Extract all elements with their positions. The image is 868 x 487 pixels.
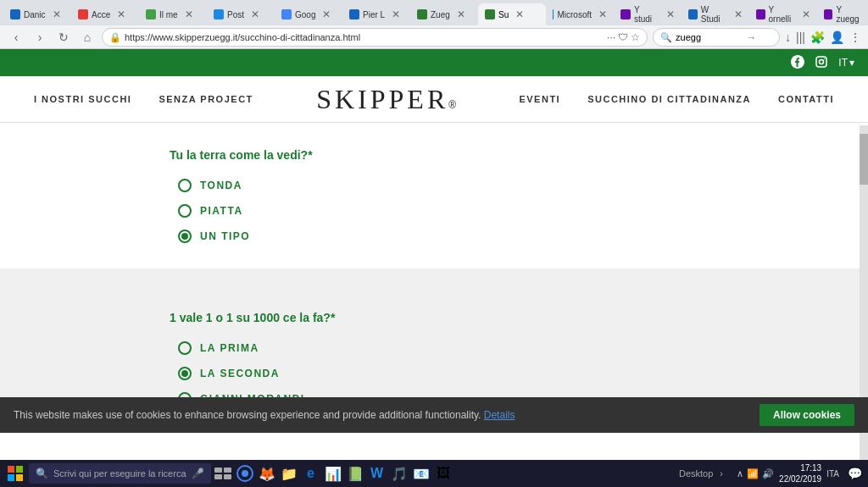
- menu-icon[interactable]: ⋮: [849, 30, 861, 44]
- nav-item-succhino[interactable]: SUCCHINO DI CITTADINANZA: [587, 94, 751, 104]
- tab-12[interactable]: Y zuegg ✕: [817, 3, 868, 25]
- nav-item-eventi[interactable]: EVENTI: [519, 94, 560, 104]
- tab-close-7[interactable]: ✕: [515, 8, 524, 20]
- search-input[interactable]: [676, 32, 743, 42]
- tab-close-6[interactable]: ✕: [457, 8, 465, 20]
- back-button[interactable]: ‹: [7, 28, 25, 47]
- tab-0[interactable]: Danic ✕: [3, 3, 71, 25]
- tab-favicon-7: [485, 9, 495, 19]
- tab-label-3: Post: [227, 10, 244, 19]
- nav-item-contatti[interactable]: CONTATTI: [778, 94, 834, 104]
- reload-button[interactable]: ↻: [54, 28, 73, 47]
- taskbar-word-icon[interactable]: W: [367, 463, 387, 484]
- chevron-down-icon: ▾: [849, 57, 854, 69]
- start-button[interactable]: [3, 462, 27, 485]
- cookie-bar: This website makes use of cookies to enh…: [0, 397, 868, 433]
- option-q1-2[interactable]: UN TIPO: [178, 230, 698, 243]
- taskbar-desktop-button[interactable]: Desktop: [686, 463, 706, 484]
- cookie-details-link[interactable]: Details: [484, 409, 515, 421]
- tab-close-5[interactable]: ✕: [392, 8, 400, 20]
- allow-cookies-button[interactable]: Allow cookies: [760, 404, 854, 426]
- tab-favicon-3: [214, 9, 224, 19]
- tab-close-10[interactable]: ✕: [734, 8, 743, 20]
- tab-2[interactable]: Il me ✕: [139, 3, 207, 25]
- taskbar-powerpoint-icon[interactable]: 📊: [323, 463, 343, 484]
- extensions-icon[interactable]: 🧩: [810, 30, 825, 44]
- tab-close-11[interactable]: ✕: [802, 8, 810, 20]
- tab-4[interactable]: Goog ✕: [275, 3, 342, 25]
- tab-close-0[interactable]: ✕: [53, 8, 61, 20]
- forward-button[interactable]: ›: [31, 28, 49, 47]
- search-bar[interactable]: 🔍 →: [653, 28, 780, 47]
- tab-close-8[interactable]: ✕: [598, 8, 607, 20]
- tab-favicon-2: [146, 9, 156, 19]
- bookmarks-icon[interactable]: |||: [796, 30, 805, 44]
- download-icon[interactable]: ↓: [785, 30, 791, 44]
- option-q1-0[interactable]: TONDA: [178, 179, 698, 192]
- taskbar-arrow-icon[interactable]: ›: [711, 463, 732, 484]
- scrollbar-thumb[interactable]: [860, 134, 868, 185]
- tab-6[interactable]: Zueg ✕: [410, 3, 478, 25]
- nav-item-senza-project[interactable]: SENZA PROJECT: [159, 94, 253, 104]
- radio-q1-1: [178, 204, 192, 218]
- tab-1[interactable]: Acce ✕: [71, 3, 139, 25]
- logo-registered: ®: [448, 99, 456, 111]
- taskbar-excel-icon[interactable]: 📗: [345, 463, 365, 484]
- tab-5[interactable]: Pier L ✕: [342, 3, 410, 25]
- taskbar: 🔍 Scrivi qui per eseguire la ricerca 🎤 🦊…: [0, 460, 868, 487]
- radio-q1-2: [178, 230, 192, 243]
- search-arrow: →: [747, 32, 756, 42]
- option-q1-2-label: UN TIPO: [200, 230, 250, 242]
- taskbar-spotify-icon[interactable]: 🎵: [389, 463, 409, 484]
- taskbar-search-icon: 🔍: [36, 468, 48, 479]
- option-q2-1-label: LA SECONDA: [200, 368, 280, 379]
- taskbar-folder-icon[interactable]: 📁: [279, 463, 299, 484]
- taskbar-photos-icon[interactable]: 🖼: [433, 463, 453, 484]
- svg-point-12: [242, 470, 248, 477]
- tab-close-1[interactable]: ✕: [117, 8, 125, 20]
- question-2-options: LA PRIMA LA SECONDA GIANNI MORANDI: [170, 341, 698, 406]
- tab-favicon-8: [553, 9, 554, 19]
- svg-rect-9: [214, 474, 222, 479]
- taskbar-chrome-icon[interactable]: [235, 463, 255, 484]
- tab-label-11: Y ornelli: [769, 5, 795, 24]
- tab-10[interactable]: W Studi ✕: [682, 3, 749, 25]
- more-icon: ···: [607, 31, 615, 43]
- green-top-bar: IT ▾: [0, 49, 868, 76]
- tab-label-4: Goog: [295, 10, 315, 19]
- instagram-icon[interactable]: [815, 55, 828, 71]
- profile-icon[interactable]: 👤: [830, 30, 844, 44]
- tab-label-6: Zueg: [431, 10, 450, 19]
- tab-close-4[interactable]: ✕: [322, 8, 331, 20]
- option-q2-0[interactable]: LA PRIMA: [178, 341, 698, 355]
- tab-7[interactable]: Su ✕: [478, 3, 546, 25]
- action-center-icon[interactable]: 💬: [844, 463, 865, 484]
- clock-date: 22/02/2019: [779, 473, 821, 484]
- tab-11[interactable]: Y ornelli ✕: [749, 3, 817, 25]
- option-q1-1[interactable]: PIATTA: [178, 204, 698, 218]
- section-divider: [0, 268, 868, 285]
- nav-item-nostri-succhi[interactable]: I NOSTRI SUCCHI: [34, 94, 131, 104]
- task-view-button[interactable]: [213, 463, 233, 484]
- language-selector[interactable]: IT ▾: [838, 57, 854, 69]
- taskbar-firefox-icon[interactable]: 🦊: [257, 463, 277, 484]
- tab-close-2[interactable]: ✕: [185, 8, 193, 20]
- home-button[interactable]: ⌂: [78, 28, 97, 47]
- taskbar-outlook-icon[interactable]: 📧: [411, 463, 431, 484]
- clock-time: 17:13: [779, 462, 821, 473]
- logo[interactable]: SKIPPER®: [316, 84, 456, 115]
- tab-label-7: Su: [498, 10, 509, 19]
- mic-icon: 🎤: [192, 468, 204, 479]
- facebook-icon[interactable]: [791, 55, 804, 71]
- tab-3[interactable]: Post ✕: [207, 3, 275, 25]
- url-bar[interactable]: 🔒 https://www.skipperzuegg.it/succhino-d…: [102, 28, 648, 47]
- taskbar-search-box[interactable]: 🔍 Scrivi qui per eseguire la ricerca 🎤: [29, 463, 211, 484]
- tab-close-3[interactable]: ✕: [251, 8, 259, 20]
- tab-label-10: W Studi: [701, 5, 727, 24]
- taskbar-edge-icon[interactable]: e: [301, 463, 321, 484]
- tab-favicon-12: [824, 9, 832, 19]
- tab-9[interactable]: Y studi ✕: [614, 3, 682, 25]
- option-q2-1[interactable]: LA SECONDA: [178, 367, 698, 380]
- tab-8[interactable]: Microsoft ✕: [546, 3, 614, 25]
- tab-close-9[interactable]: ✕: [666, 8, 675, 20]
